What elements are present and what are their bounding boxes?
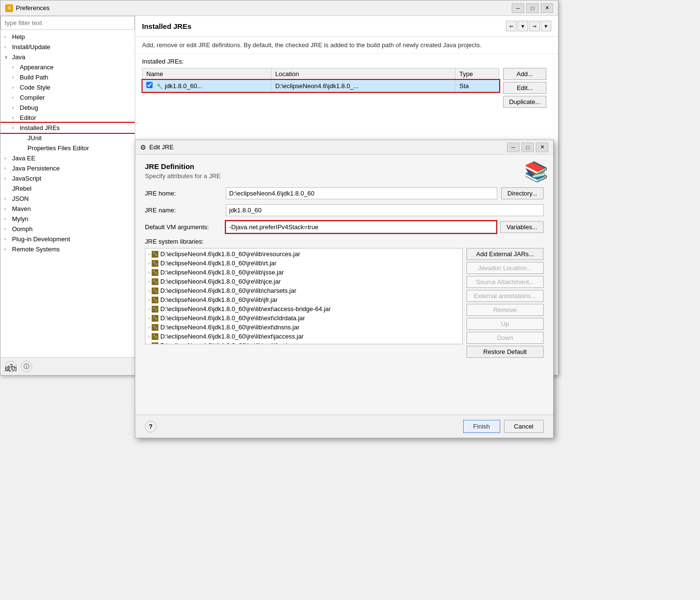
sidebar-item-editor[interactable]: › Editor (0, 113, 135, 123)
dialog-footer-buttons: Finish Cancel (463, 420, 544, 433)
nav-forward-dropdown-button[interactable]: ▼ (541, 21, 551, 31)
nav-dropdown-button[interactable]: ▼ (518, 21, 528, 31)
jar-icon: 🔧 (152, 333, 158, 340)
col-name: Name (143, 68, 272, 80)
list-item[interactable]: › 🔧 D:\eclipseNeon4.6\jdk1.8.0_60\jre\li… (146, 304, 461, 313)
tree-container: › Help › Install/Update ∨ Java › Appeara… (0, 30, 135, 357)
sidebar-item-label: JUnit (27, 134, 42, 142)
list-item[interactable]: › 🔧 D:\eclipseNeon4.6\jdk1.8.0_60\jre\li… (146, 268, 461, 277)
down-button[interactable]: Down (467, 332, 544, 344)
dialog-help-button[interactable]: ? (145, 421, 156, 432)
lib-arrow-icon: › (148, 343, 150, 345)
jre-table: Name Location Type 🔧 (142, 68, 499, 92)
arrow-icon: › (12, 95, 18, 100)
sidebar-item-installed-jres[interactable]: › Installed JREs (0, 123, 135, 133)
lib-path: D:\eclipseNeon4.6\jdk1.8.0_60\jre\lib\jf… (160, 296, 278, 303)
panel-description: Add, remove or edit JRE definitions. By … (135, 37, 558, 54)
arrow-icon: › (12, 105, 18, 110)
sidebar-item-maven[interactable]: › Maven (0, 204, 135, 214)
javadoc-location-button[interactable]: Javadoc Location... (467, 262, 544, 274)
sidebar-item-junit[interactable]: JUnit (0, 133, 135, 143)
directory-button[interactable]: Directory... (501, 187, 544, 199)
sidebar-item-javascript[interactable]: › JavaScript (0, 173, 135, 183)
sidebar-item-jrebel[interactable]: JRebel (0, 183, 135, 194)
sidebar-item-properties-files-editor[interactable]: Properties Files Editor (0, 143, 135, 153)
info-icon-button[interactable]: ⓘ (21, 361, 32, 372)
list-item[interactable]: › 🔧 D:\eclipseNeon4.6\jdk1.8.0_60\jre\li… (146, 332, 461, 341)
add-button[interactable]: Add... (503, 68, 546, 80)
remove-button[interactable]: Remove (467, 304, 544, 316)
sidebar-item-build-path[interactable]: › Build Path (0, 72, 135, 82)
sidebar-item-mylyn[interactable]: › Mylyn (0, 214, 135, 224)
jre-home-label: JRE home: (145, 190, 222, 197)
arrow-icon: › (12, 115, 18, 120)
close-preferences-button[interactable]: ✕ (541, 3, 553, 13)
jar-icon: 🔧 (152, 260, 158, 267)
maximize-button[interactable]: □ (526, 3, 539, 13)
sidebar-item-label: Maven (12, 205, 31, 212)
jre-name-input[interactable] (226, 204, 544, 216)
default-vm-label: Default VM arguments: (145, 223, 222, 231)
edit-button[interactable]: Edit... (503, 82, 546, 94)
sidebar-item-json[interactable]: › JSON (0, 194, 135, 204)
up-button[interactable]: Up (467, 318, 544, 330)
titlebar-controls: ─ □ ✕ (512, 3, 553, 13)
list-item[interactable]: › 🔧 D:\eclipseNeon4.6\jdk1.8.0_60\jre\li… (146, 277, 461, 286)
sidebar-item-remote-systems[interactable]: › Remote Systems (0, 244, 135, 254)
variables-button[interactable]: Variables... (500, 221, 544, 233)
finish-button[interactable]: Finish (463, 420, 500, 433)
list-item[interactable]: › 🔧 D:\eclipseNeon4.6\jdk1.8.0_60\jre\li… (146, 313, 461, 323)
status-text: 成功 (4, 365, 17, 372)
nav-forward-button[interactable]: ⇒ (529, 21, 540, 31)
sidebar-item-plug-in-development[interactable]: › Plug-in Development (0, 234, 135, 244)
sidebar-item-label: Help (12, 33, 25, 40)
sidebar-item-install-update[interactable]: › Install/Update (0, 42, 135, 52)
sidebar-item-appearance[interactable]: › Appearance (0, 62, 135, 72)
dialog-maximize-button[interactable]: □ (521, 143, 534, 152)
table-row[interactable]: 🔧 jdk1.8.0_60... D:\eclipseNeon4.6\jdk1.… (143, 80, 499, 92)
list-item[interactable]: › 🔧 D:\eclipseNeon4.6\jdk1.8.0_60\jre\li… (146, 295, 461, 304)
list-item[interactable]: › 🔧 D:\eclipseNeon4.6\jdk1.8.0_60\jre\li… (146, 249, 461, 259)
sidebar-item-compiler[interactable]: › Compiler (0, 92, 135, 103)
list-item[interactable]: › 🔧 D:\eclipseNeon4.6\jdk1.8.0_60\jre\li… (146, 323, 461, 332)
external-annotations-button[interactable]: External annotations... (467, 290, 544, 302)
list-item[interactable]: › 🔧 D:\eclipseNeon4.6\jdk1.8.0_60\jre\li… (146, 286, 461, 295)
lib-arrow-icon: › (148, 325, 150, 330)
arrow-icon: › (4, 196, 10, 201)
restore-default-button[interactable]: Restore Default (467, 346, 544, 358)
sidebar-item-oomph[interactable]: › Oomph (0, 224, 135, 234)
sidebar-item-java-persistence[interactable]: › Java Persistence (0, 163, 135, 173)
sidebar-item-code-style[interactable]: › Code Style (0, 82, 135, 92)
lib-arrow-icon: › (148, 298, 150, 302)
jre-home-input[interactable] (226, 187, 497, 199)
list-item[interactable]: › 🔧 D:\eclipseNeon4.6\jdk1.8.0_60\jre\li… (146, 341, 461, 344)
dialog-close-button[interactable]: ✕ (536, 143, 548, 152)
lib-path: D:\eclipseNeon4.6\jdk1.8.0_60\jre\lib\ex… (160, 333, 304, 340)
nav-back-button[interactable]: ⇐ (506, 21, 517, 31)
jre-checkbox[interactable] (146, 82, 153, 88)
lib-path: D:\eclipseNeon4.6\jdk1.8.0_60\jre\lib\ex… (160, 324, 299, 331)
sidebar-item-debug[interactable]: › Debug (0, 103, 135, 113)
dialog-minimize-button[interactable]: ─ (507, 143, 519, 152)
add-external-jars-button[interactable]: Add External JARs... (467, 248, 544, 260)
sidebar-item-java-ee[interactable]: › Java EE (0, 153, 135, 163)
arrow-icon: › (4, 247, 10, 252)
lib-arrow-icon: › (148, 261, 150, 266)
sidebar-item-label: Remote Systems (12, 246, 60, 253)
dialog-title-left: ⚙ Edit JRE (140, 143, 174, 151)
filter-input[interactable] (0, 16, 135, 30)
minimize-button[interactable]: ─ (512, 3, 524, 13)
cancel-button[interactable]: Cancel (504, 420, 544, 433)
source-attachment-button[interactable]: Source Attachment... (467, 276, 544, 288)
jre-name-row: JRE name: (145, 204, 544, 216)
sidebar-item-label: Properties Files Editor (27, 144, 89, 152)
jre-name-value: jdk1.8.0_60... (165, 82, 202, 90)
sidebar-item-help[interactable]: › Help (0, 32, 135, 42)
lib-path: D:\eclipseNeon4.6\jdk1.8.0_60\jre\lib\js… (160, 269, 284, 276)
sidebar-item-label: Code Style (20, 84, 51, 91)
sidebar-item-java[interactable]: ∨ Java (0, 52, 135, 62)
list-item[interactable]: › 🔧 D:\eclipseNeon4.6\jdk1.8.0_60\jre\li… (146, 259, 461, 268)
jar-icon: 🔧 (152, 315, 158, 322)
duplicate-button[interactable]: Duplicate... (503, 96, 546, 108)
default-vm-input[interactable] (226, 221, 496, 233)
